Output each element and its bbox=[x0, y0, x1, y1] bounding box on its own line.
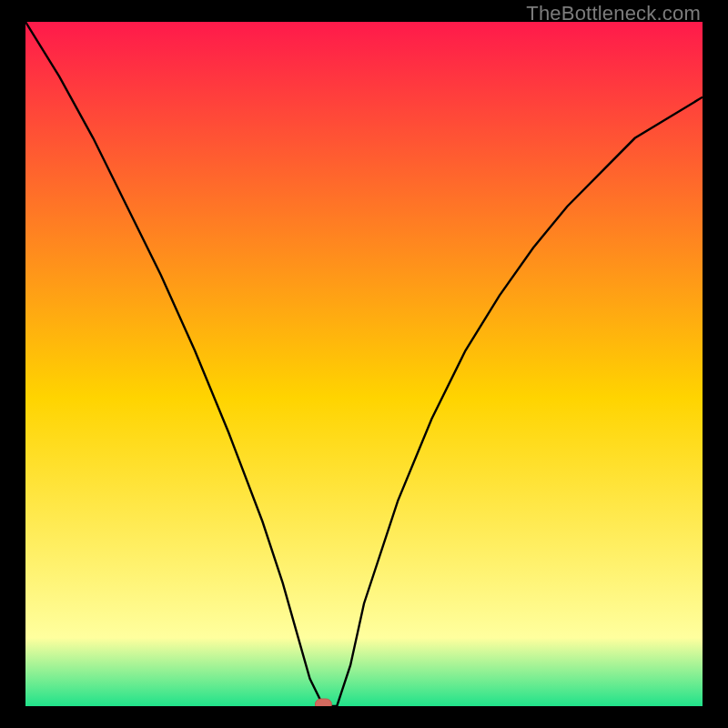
plot-svg bbox=[25, 22, 703, 706]
marker-dot bbox=[315, 699, 331, 706]
chart-frame: TheBottleneck.com bbox=[0, 0, 728, 728]
plot-area bbox=[25, 22, 703, 706]
